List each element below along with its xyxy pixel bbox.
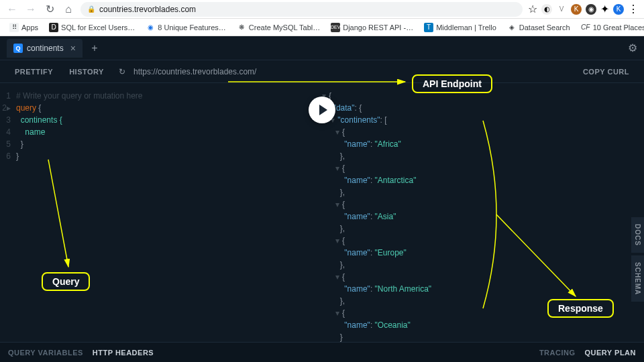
prettify-button[interactable]: PRETTIFY: [7, 64, 61, 80]
annotation-response: Response: [547, 299, 614, 318]
side-tabs: DOCS SCHEMA: [631, 217, 644, 302]
bookmark-item[interactable]: ◉8 Unique Features…: [142, 21, 230, 34]
play-icon: [319, 105, 327, 115]
annotation-endpoint: API Endpoint: [412, 74, 492, 93]
settings-icon[interactable]: ⚙: [628, 42, 637, 54]
query-editor[interactable]: 1# Write your query or mutation here 2▸q…: [0, 83, 311, 342]
query-icon: Q: [13, 44, 23, 53]
query-variables-tab[interactable]: QUERY VARIABLES: [8, 349, 83, 357]
bottom-bar: QUERY VARIABLES HTTP HEADERS TRACING QUE…: [0, 342, 644, 362]
query-plan-tab[interactable]: QUERY PLAN: [584, 349, 636, 357]
bookmark-item[interactable]: DEVDjango REST API -…: [327, 21, 417, 34]
new-tab-button[interactable]: +: [87, 40, 103, 56]
ext-icon[interactable]: ◉: [586, 4, 596, 15]
reload-button[interactable]: ↻: [43, 3, 56, 16]
endpoint-input[interactable]: ↻ https://countries.trevorblades.com/: [112, 67, 575, 76]
ext-icon[interactable]: V: [556, 4, 567, 15]
bookmark-item[interactable]: DSQL for Excel Users…: [45, 21, 139, 34]
history-button[interactable]: HISTORY: [61, 64, 112, 80]
tab-title: continents: [27, 44, 64, 53]
bookmark-item[interactable]: ◈Dataset Search: [503, 21, 574, 34]
schema-tab[interactable]: SCHEMA: [631, 255, 644, 302]
url-text: countries.trevorblades.com: [99, 5, 196, 14]
star-icon[interactable]: ☆: [528, 3, 537, 15]
app-toolbar: PRETTIFY HISTORY ↻ https://countries.tre…: [0, 60, 644, 83]
ext-icon[interactable]: ◐: [541, 4, 552, 15]
extensions-icon[interactable]: ✦: [600, 3, 609, 15]
docs-tab[interactable]: DOCS: [631, 217, 644, 253]
close-tab-icon[interactable]: ×: [70, 43, 76, 54]
profile-avatar[interactable]: K: [613, 4, 624, 15]
reload-icon[interactable]: ↻: [119, 67, 128, 76]
query-tab[interactable]: Q continents ×: [7, 39, 83, 58]
menu-icon[interactable]: ⋮: [628, 3, 639, 15]
app-tabs-header: Q continents × + ⚙: [0, 36, 644, 60]
back-button[interactable]: ←: [5, 3, 19, 16]
endpoint-url: https://countries.trevorblades.com/: [133, 67, 256, 76]
lock-icon: 🔒: [87, 5, 95, 13]
ext-icon[interactable]: K: [571, 4, 582, 15]
extension-icons: ☆ ◐ V K ◉ ✦ K ⋮: [528, 3, 639, 15]
browser-toolbar: ← → ↻ ⌂ 🔒 countries.trevorblades.com ☆ ◐…: [0, 0, 644, 19]
forward-button[interactable]: →: [24, 3, 38, 16]
url-bar[interactable]: 🔒 countries.trevorblades.com: [80, 2, 523, 17]
annotation-query: Query: [42, 272, 90, 291]
home-button[interactable]: ⌂: [62, 3, 75, 16]
run-query-button[interactable]: [309, 97, 335, 123]
bookmark-item[interactable]: CF10 Great Places to F…: [577, 21, 644, 34]
copy-curl-button[interactable]: COPY CURL: [575, 64, 637, 80]
apps-bookmark[interactable]: ⠿Apps: [5, 21, 42, 34]
http-headers-tab[interactable]: HTTP HEADERS: [93, 349, 154, 357]
bookmarks-bar: ⠿Apps DSQL for Excel Users… ◉8 Unique Fe…: [0, 19, 644, 36]
tracing-tab[interactable]: TRACING: [539, 349, 576, 357]
bookmark-item[interactable]: TMiddleman | Trello: [420, 21, 500, 34]
bookmark-item[interactable]: ❋Create MySQL Tabl…: [233, 21, 324, 34]
